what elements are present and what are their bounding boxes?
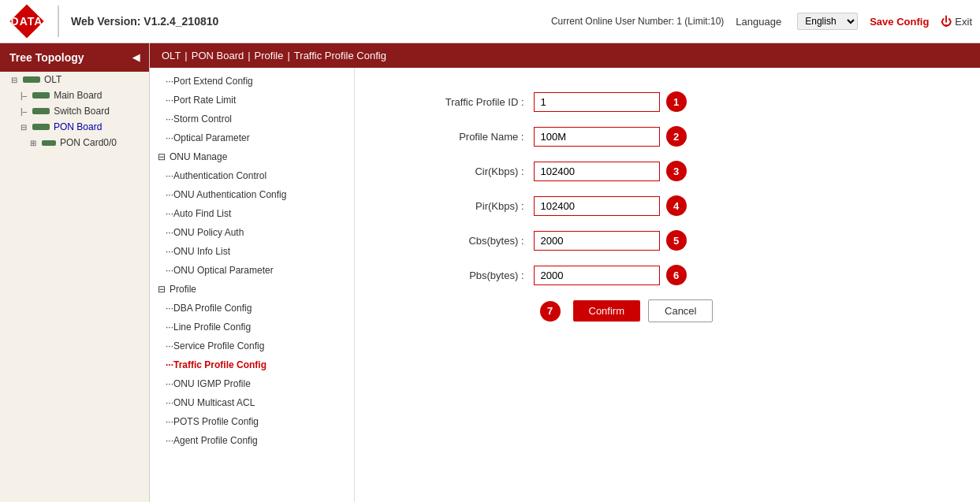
olt-label: OLT <box>44 74 61 85</box>
nav-item-onu-policy-auth[interactable]: ···ONU Policy Auth <box>150 223 354 242</box>
nav-item-storm-control[interactable]: ···Storm Control <box>150 110 354 128</box>
nav-item-onu-optical-parameter[interactable]: ···ONU Optical Parameter <box>150 261 354 280</box>
nav-item-dba-profile-config[interactable]: ···DBA Profile Config <box>150 299 354 318</box>
olt-icon <box>23 76 40 83</box>
exit-button[interactable]: ⏻ Exit <box>941 15 972 28</box>
breadcrumb-olt: OLT <box>162 50 181 61</box>
nav-item-authentication-control[interactable]: ···Authentication Control <box>150 166 354 185</box>
breadcrumb-pon-board: PON Board <box>192 50 244 61</box>
input-wrapper-cbs: 5 <box>534 230 687 251</box>
nav-item-onu-igmp-profile[interactable]: ···ONU IGMP Profile <box>150 374 354 393</box>
sidebar-item-pon-card[interactable]: ⊞ PON Card0/0 <box>0 135 149 151</box>
form-row-cir: Cir(Kbps) : 3 <box>392 161 944 181</box>
nav-section-onu-manage[interactable]: ⊟ ONU Manage <box>150 147 354 166</box>
exit-label: Exit <box>955 16 972 28</box>
nav-section-profile[interactable]: ⊟ Profile <box>150 280 354 299</box>
form-row-pir: Pir(Kbps) : 4 <box>392 195 944 216</box>
main-board-icon <box>32 92 50 99</box>
sidebar-item-switch-board[interactable]: |– Switch Board <box>0 103 149 119</box>
badge-4: 4 <box>666 195 687 216</box>
badge-3: 3 <box>666 161 687 181</box>
profile-label: Profile <box>170 284 196 295</box>
expand-icon: ⊟ <box>11 76 17 84</box>
badge-7: 7 <box>540 301 561 322</box>
badge-1: 1 <box>666 91 687 112</box>
nav-item-service-profile-config[interactable]: ···Service Profile Config <box>150 337 354 355</box>
main-layout: Tree Topology ◀ ⊟ OLT |– Main Board |– S… <box>0 43 980 502</box>
sep3: | <box>287 50 289 61</box>
sep2: | <box>248 50 250 61</box>
power-icon: ⏻ <box>941 15 952 28</box>
nav-item-port-extend-config[interactable]: ···Port Extend Config <box>150 72 354 91</box>
tree-topology-label: Tree Topology <box>9 51 84 64</box>
label-cir: Cir(Kbps) : <box>392 165 534 177</box>
tree-topology-header[interactable]: Tree Topology ◀ <box>0 43 149 72</box>
language-label: Language <box>736 16 781 28</box>
language-select[interactable]: English Chinese <box>797 13 858 30</box>
label-pir: Pir(Kbps) : <box>392 200 534 212</box>
nav-item-agent-profile-config[interactable]: ···Agent Profile Config <box>150 431 354 450</box>
input-profile-name[interactable] <box>534 127 660 147</box>
input-wrapper-traffic-profile-id: 1 <box>534 91 687 112</box>
nav-item-pots-profile-config[interactable]: ···POTS Profile Config <box>150 412 354 431</box>
confirm-button[interactable]: Confirm <box>573 300 641 322</box>
input-pir[interactable] <box>534 196 660 216</box>
badge-6: 6 <box>666 265 687 285</box>
form-row-cbs: Cbs(bytes) : 5 <box>392 230 944 251</box>
input-wrapper-profile-name: 2 <box>534 126 687 147</box>
main-board-label: Main Board <box>54 90 102 101</box>
nav-item-port-rate-limit[interactable]: ···Port Rate Limit <box>150 91 354 110</box>
collapse-arrow-icon: ◀ <box>132 52 140 63</box>
badge-2: 2 <box>666 126 687 147</box>
breadcrumb-profile: Profile <box>255 50 284 61</box>
switch-board-icon <box>32 108 50 114</box>
online-users-text: Current Online User Number: 1 (Limit:10) <box>551 16 724 27</box>
sidebar-item-pon-board[interactable]: ⊟ PON Board <box>0 119 149 135</box>
onu-manage-label: ONU Manage <box>170 151 227 162</box>
input-wrapper-pbs: 6 <box>534 265 687 285</box>
header-right: Current Online User Number: 1 (Limit:10)… <box>551 13 972 30</box>
expand-icon: |– <box>20 91 27 100</box>
content-area: OLT | PON Board | Profile | Traffic Prof… <box>150 43 980 502</box>
logo-text: DATA <box>11 15 43 28</box>
nav-item-traffic-profile-config[interactable]: ···Traffic Profile Config <box>150 355 354 374</box>
input-traffic-profile-id[interactable] <box>534 92 660 112</box>
logo-area: DATA <box>8 6 59 37</box>
expand-icon: |– <box>20 107 27 116</box>
profile-expand-icon: ⊟ <box>158 284 166 295</box>
sidebar-item-olt[interactable]: ⊟ OLT <box>0 72 149 87</box>
pon-card-label: PON Card0/0 <box>60 137 117 148</box>
input-cbs[interactable] <box>534 231 660 251</box>
cancel-button[interactable]: Cancel <box>648 299 713 322</box>
pon-card-icon <box>42 140 56 146</box>
breadcrumb: OLT | PON Board | Profile | Traffic Prof… <box>150 43 980 68</box>
nav-item-onu-multicast-acl[interactable]: ···ONU Multicast ACL <box>150 393 354 412</box>
form-row-traffic-profile-id: Traffic Profile ID : 1 <box>392 91 944 112</box>
sep1: | <box>184 50 187 61</box>
input-wrapper-pir: 4 <box>534 195 687 216</box>
input-cir[interactable] <box>534 162 660 181</box>
form-row-pbs: Pbs(bytes) : 6 <box>392 265 944 285</box>
breadcrumb-traffic-profile: Traffic Profile Config <box>294 50 386 61</box>
label-traffic-profile-id: Traffic Profile ID : <box>392 96 534 108</box>
label-profile-name: Profile Name : <box>392 131 534 143</box>
nav-item-onu-info-list[interactable]: ···ONU Info List <box>150 242 354 261</box>
nav-item-line-profile-config[interactable]: ···Line Profile Config <box>150 318 354 337</box>
form-table: Traffic Profile ID : 1 Profile Name : 2 <box>392 91 944 322</box>
onu-manage-expand-icon: ⊟ <box>158 151 166 162</box>
sidebar-item-main-board[interactable]: |– Main Board <box>0 87 149 103</box>
label-pbs: Pbs(bytes) : <box>392 270 534 281</box>
nav-item-auto-find-list[interactable]: ···Auto Find List <box>150 204 354 223</box>
pon-board-icon <box>32 124 50 130</box>
form-area: Traffic Profile ID : 1 Profile Name : 2 <box>355 68 980 502</box>
label-cbs: Cbs(bytes) : <box>392 235 534 247</box>
content-split: ···Port Extend Config ···Port Rate Limit… <box>150 68 980 502</box>
nav-item-onu-auth-config[interactable]: ···ONU Authentication Config <box>150 185 354 204</box>
nav-item-optical-parameter[interactable]: ···Optical Parameter <box>150 128 354 147</box>
save-config-button[interactable]: Save Config <box>870 16 929 28</box>
form-row-profile-name: Profile Name : 2 <box>392 126 944 147</box>
logo-icon: DATA <box>8 2 46 40</box>
expand-icon: ⊞ <box>30 139 36 147</box>
pon-board-label: PON Board <box>54 121 102 132</box>
input-pbs[interactable] <box>534 266 660 285</box>
